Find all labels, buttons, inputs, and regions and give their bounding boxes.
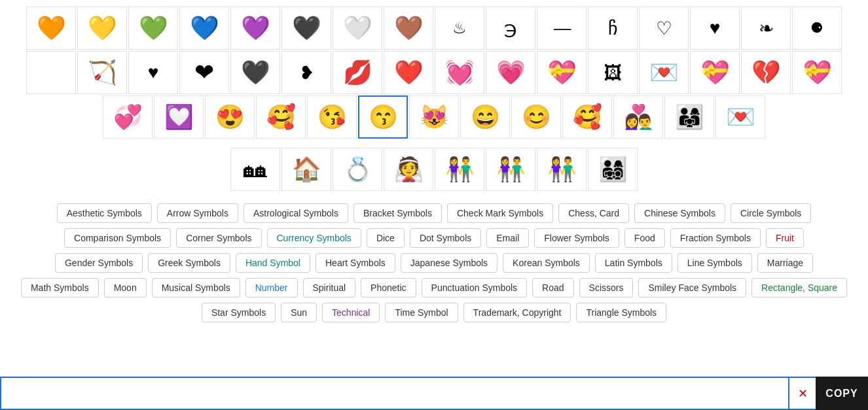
symbol-lips[interactable]: 💋: [333, 51, 382, 94]
tag-hand-symbol[interactable]: Hand Symbol: [236, 253, 310, 273]
symbol-black-heart2[interactable]: 🖤: [230, 51, 280, 94]
tag-technical[interactable]: Technical: [322, 303, 380, 322]
tag-rectangle-square[interactable]: Rectangle, Square: [751, 278, 847, 298]
tag-japanese-symbols[interactable]: Japanese Symbols: [401, 253, 497, 273]
tag-flower-symbols[interactable]: Flower Symbols: [534, 228, 619, 248]
tag-triangle-symbols[interactable]: Triangle Symbols: [576, 303, 666, 322]
symbol-red-heart2[interactable]: ❤️: [384, 51, 433, 94]
symbol-fleuron[interactable]: ❥: [281, 51, 331, 94]
symbol-flourish-heart[interactable]: ❧: [741, 7, 791, 50]
tag-astrological-symbols[interactable]: Astrological Symbols: [244, 203, 348, 223]
symbol-family2[interactable]: 👨‍👩‍👧‍👦: [588, 148, 638, 191]
symbol-couple-heart[interactable]: 👩‍❤️‍👨: [613, 95, 663, 139]
symbol-text1[interactable]: ⚈: [792, 7, 842, 50]
symbol-heart-ribbon2[interactable]: 💝: [792, 51, 842, 94]
symbol-smiling-cat[interactable]: 😄: [460, 95, 510, 139]
tag-korean-symbols[interactable]: Korean Symbols: [503, 253, 590, 273]
tag-chinese-symbols[interactable]: Chinese Symbols: [634, 203, 725, 223]
symbol-brown-heart[interactable]: 🤎: [384, 7, 433, 50]
symbol-heart-sparkle[interactable]: 💝: [690, 51, 740, 94]
symbol-heart-ribbon[interactable]: 💌: [639, 51, 689, 94]
symbol-white-heart[interactable]: 🤍: [333, 7, 382, 50]
symbol-revolving-heart[interactable]: 💞: [103, 95, 153, 139]
symbol-kiss2[interactable]: 😙: [358, 95, 408, 139]
tag-phonetic[interactable]: Phonetic: [361, 278, 416, 298]
symbol-display: 🧡 💛 💚 💙 💜 🖤 🤍 🤎 ♨ ℈ ⸻ ჩ ♡ ♥ ❧ ⚈ 🏹 ♥ ❤ 🖤 …: [0, 0, 868, 194]
tag-gender-symbols[interactable]: Gender Symbols: [55, 253, 143, 273]
tag-scissors[interactable]: Scissors: [579, 278, 634, 298]
symbol-green-heart[interactable]: 💚: [128, 7, 178, 50]
tags-section: Aesthetic SymbolsArrow SymbolsAstrologic…: [0, 194, 868, 332]
symbol-red-heart[interactable]: ❤: [179, 51, 229, 94]
tag-aesthetic-symbols[interactable]: Aesthetic Symbols: [57, 203, 152, 223]
symbol-heart-eyes[interactable]: 😍: [205, 95, 255, 139]
tag-line-symbols[interactable]: Line Symbols: [678, 253, 752, 273]
tag-moon[interactable]: Moon: [104, 278, 147, 298]
tag-food[interactable]: Food: [624, 228, 665, 248]
symbol-love-letter[interactable]: 💌: [715, 95, 765, 139]
symbol-heart-frame[interactable]: 🖼: [588, 51, 638, 94]
tag-sun[interactable]: Sun: [281, 303, 317, 322]
symbol-purple-heart[interactable]: 💜: [230, 7, 280, 50]
symbol-cat-heart[interactable]: 😻: [409, 95, 459, 139]
symbol-blushing[interactable]: 😊: [511, 95, 561, 139]
tag-circle-symbols[interactable]: Circle Symbols: [731, 203, 811, 223]
tag-chess-card[interactable]: Chess, Card: [558, 203, 629, 223]
symbol-couple3[interactable]: 👫: [537, 148, 587, 191]
symbol-ring[interactable]: 💍: [333, 148, 382, 191]
tag-time-symbol[interactable]: Time Symbol: [385, 303, 458, 322]
tag-punctuation-symbols[interactable]: Punctuation Symbols: [422, 278, 528, 298]
symbol-hug[interactable]: 🥰: [562, 95, 612, 139]
symbol-unicode-heart2[interactable]: ℈: [486, 7, 535, 50]
tag-greek-symbols[interactable]: Greek Symbols: [148, 253, 230, 273]
symbol-cupid[interactable]: 🏹: [77, 51, 127, 94]
symbol-bride[interactable]: 👰: [384, 148, 433, 191]
symbol-solid-heart[interactable]: ♥: [690, 7, 740, 50]
symbol-house[interactable]: 🏠: [281, 148, 331, 191]
tag-check-mark-symbols[interactable]: Check Mark Symbols: [447, 203, 553, 223]
symbol-couple2[interactable]: 👫: [486, 148, 535, 191]
symbol-black-heart[interactable]: 🖤: [281, 7, 331, 50]
symbol-couple1[interactable]: 👫: [435, 148, 484, 191]
symbol-pink-heart[interactable]: 💗: [486, 51, 535, 94]
tag-marriage[interactable]: Marriage: [757, 253, 813, 273]
tag-road[interactable]: Road: [532, 278, 573, 298]
tag-email[interactable]: Email: [486, 228, 529, 248]
symbol-gift-heart[interactable]: 💝: [537, 51, 587, 94]
symbol-kiss[interactable]: 😘: [307, 95, 357, 139]
symbol-small-heart[interactable]: ♥: [128, 51, 178, 94]
tag-comparison-symbols[interactable]: Comparison Symbols: [64, 228, 171, 248]
tag-corner-symbols[interactable]: Corner Symbols: [176, 228, 261, 248]
symbol-broken-heart[interactable]: 💔: [741, 51, 791, 94]
tag-dice[interactable]: Dice: [367, 228, 405, 248]
symbol-apartment[interactable]: 🏘: [230, 148, 280, 191]
symbol-drop[interactable]: [26, 51, 76, 94]
tag-bracket-symbols[interactable]: Bracket Symbols: [353, 203, 442, 223]
symbol-unicode-heart4[interactable]: ჩ: [588, 7, 638, 50]
symbol-yellow-heart[interactable]: 💛: [77, 7, 127, 50]
tag-spiritual[interactable]: Spiritual: [303, 278, 356, 298]
symbol-orange-heart[interactable]: 🧡: [26, 7, 76, 50]
tag-arrow-symbols[interactable]: Arrow Symbols: [157, 203, 238, 223]
tag-smiley-face-symbols[interactable]: Smiley Face Symbols: [638, 278, 746, 298]
tag-fraction-symbols[interactable]: Fraction Symbols: [670, 228, 761, 248]
symbol-beating-heart[interactable]: 💓: [435, 51, 484, 94]
tag-dot-symbols[interactable]: Dot Symbols: [410, 228, 481, 248]
tag-musical-symbols[interactable]: Musical Symbols: [152, 278, 240, 298]
tag-math-symbols[interactable]: Math Symbols: [21, 278, 99, 298]
symbol-blue-heart[interactable]: 💙: [179, 7, 229, 50]
symbol-outline-heart[interactable]: ♡: [639, 7, 689, 50]
symbol-smiling-hearts[interactable]: 🥰: [256, 95, 306, 139]
tag-number[interactable]: Number: [245, 278, 298, 298]
symbol-family[interactable]: 👨‍👩‍👧: [664, 95, 714, 139]
symbol-heart-decoration[interactable]: 💟: [154, 95, 204, 139]
tag-star-symbols[interactable]: Star Symbols: [202, 303, 276, 322]
tag-currency-symbols[interactable]: Currency Symbols: [267, 228, 361, 248]
tag-trademark-copyright[interactable]: Trademark, Copyright: [463, 303, 571, 322]
tag-heart-symbols[interactable]: Heart Symbols: [316, 253, 395, 273]
symbol-unicode-heart3[interactable]: ⸻: [537, 7, 587, 50]
tag-latin-symbols[interactable]: Latin Symbols: [595, 253, 672, 273]
tag-fruit[interactable]: Fruit: [766, 228, 804, 248]
symbol-grid-row1: 🧡 💛 💚 💙 💜 🖤 🤍 🤎 ♨ ℈ ⸻ ჩ ♡ ♥ ❧ ⚈ 🏹 ♥ ❤ 🖤 …: [0, 0, 868, 145]
symbol-unicode-heart1[interactable]: ♨: [435, 7, 484, 50]
